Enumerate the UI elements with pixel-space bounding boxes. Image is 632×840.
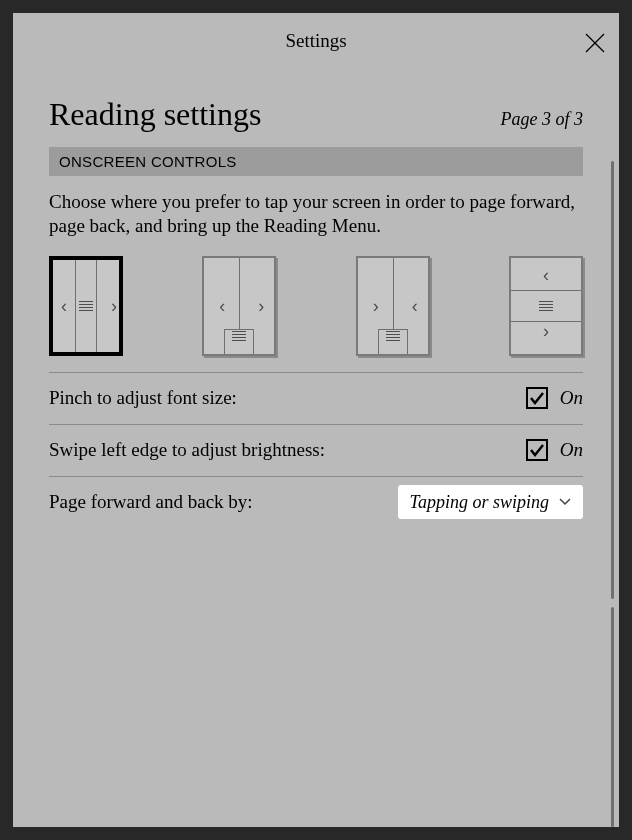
scrollbar[interactable]: [611, 161, 614, 827]
dropdown-value: Tapping or swiping: [410, 492, 549, 513]
chevron-right-icon: ›: [543, 322, 549, 340]
menu-icon: [539, 299, 553, 313]
row-page-forward-method: Page forward and back by: Tapping or swi…: [49, 476, 583, 528]
layout-option-3[interactable]: › ‹: [356, 256, 430, 356]
menu-icon: [232, 329, 246, 343]
row-label: Page forward and back by:: [49, 491, 253, 513]
scrollbar-thumb[interactable]: [611, 607, 614, 827]
header-title: Settings: [285, 30, 346, 52]
close-button[interactable]: [583, 31, 607, 55]
check-icon: [528, 441, 546, 459]
page-method-dropdown[interactable]: Tapping or swiping: [398, 485, 583, 519]
layout-options: ‹ › ‹ › › ‹: [49, 256, 583, 372]
check-icon: [528, 389, 546, 407]
chevron-right-icon: ›: [258, 297, 264, 315]
checkbox-pinch[interactable]: [526, 387, 548, 409]
chevron-left-icon: ‹: [61, 297, 67, 315]
checkbox-state: On: [560, 439, 583, 461]
settings-panel: Settings Reading settings Page 3 of 3 ON…: [13, 13, 619, 827]
chevron-left-icon: ‹: [219, 297, 225, 315]
chevron-left-icon: ‹: [543, 266, 549, 284]
layout-option-1[interactable]: ‹ ›: [49, 256, 123, 356]
row-label: Pinch to adjust font size:: [49, 387, 237, 409]
section-description: Choose where you prefer to tap your scre…: [49, 176, 583, 256]
content: Reading settings Page 3 of 3 ONSCREEN CO…: [13, 68, 619, 528]
chevron-right-icon: ›: [373, 297, 379, 315]
page-title: Reading settings: [49, 96, 261, 133]
row-pinch-font-size: Pinch to adjust font size: On: [49, 372, 583, 424]
section-header: ONSCREEN CONTROLS: [49, 147, 583, 176]
chevron-left-icon: ‹: [412, 297, 418, 315]
header: Settings: [13, 13, 619, 68]
title-row: Reading settings Page 3 of 3: [49, 68, 583, 147]
close-icon: [583, 31, 607, 55]
layout-option-2[interactable]: ‹ ›: [202, 256, 276, 356]
scrollbar-thumb[interactable]: [611, 161, 614, 599]
menu-icon: [79, 299, 93, 313]
chevron-right-icon: ›: [111, 297, 117, 315]
layout-option-4[interactable]: ‹ ›: [509, 256, 583, 356]
chevron-down-icon: [559, 498, 571, 506]
checkbox-swipe[interactable]: [526, 439, 548, 461]
menu-icon: [386, 329, 400, 343]
page-indicator: Page 3 of 3: [501, 109, 584, 130]
checkbox-state: On: [560, 387, 583, 409]
row-label: Swipe left edge to adjust brightness:: [49, 439, 325, 461]
row-swipe-brightness: Swipe left edge to adjust brightness: On: [49, 424, 583, 476]
